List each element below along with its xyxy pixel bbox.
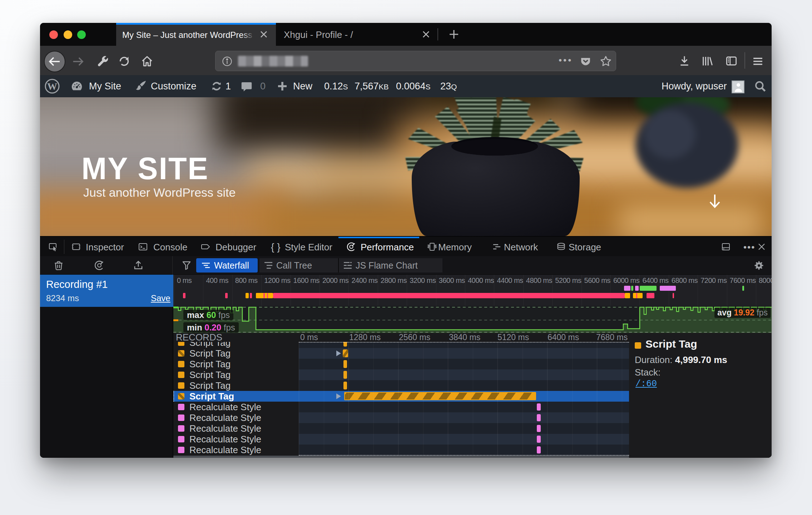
svg-text:W: W bbox=[47, 81, 57, 92]
